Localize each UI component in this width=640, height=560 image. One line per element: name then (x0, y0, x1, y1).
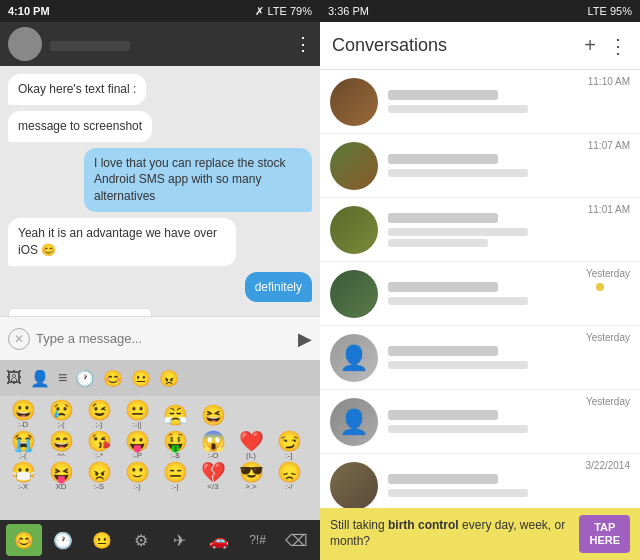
backspace-icon: ⌫ (285, 531, 308, 550)
conv-time-4: Yesterday (570, 262, 630, 291)
conv-content-1 (388, 90, 560, 113)
emoji-smirk[interactable]: 😎>.> (234, 462, 268, 491)
emoji-tab-angry[interactable]: 😠 (159, 369, 179, 388)
conv-avatar-1 (330, 78, 378, 126)
emoji-tab-person[interactable]: 👤 (30, 369, 50, 388)
conv-item-3[interactable]: 11:01 AM (320, 198, 640, 262)
conv-time-7: 3/22/2014 (570, 454, 630, 471)
emoji-brokenheart[interactable]: 💔</3 (196, 462, 230, 491)
conv-name-4 (388, 282, 498, 292)
messages-area: Okay here's text final : message to scre… (0, 66, 320, 316)
message-bubble-1: Okay here's text final : (8, 74, 146, 105)
clear-input-button[interactable]: ✕ (8, 328, 30, 350)
bottom-bar-clock-btn[interactable]: 🕐 (45, 524, 81, 556)
emoji-extra1[interactable]: 😆 (196, 405, 230, 425)
conv-content-5 (388, 346, 560, 369)
send-button[interactable]: ▶ (298, 328, 312, 350)
clock-icon: 🕐 (53, 531, 73, 550)
conv-avatar-2 (330, 142, 378, 190)
emoji-angry2[interactable]: 😠:-S (82, 462, 116, 491)
emoji-tab-smiley[interactable]: 😊 (103, 369, 123, 388)
conv-preview-7 (388, 489, 528, 497)
signal-icon: ✗ (255, 5, 264, 17)
settings-icon: ⚙ (134, 531, 148, 550)
left-time: 4:10 PM (8, 5, 50, 17)
emoji-smile2[interactable]: 😏:-] (272, 431, 306, 460)
emoji-xd[interactable]: 😝XD (44, 462, 78, 491)
emoji-tabs: 🖼 👤 ≡ 🕐 😊 😐 😠 (0, 360, 320, 396)
emoji-sad[interactable]: 😢;-( (44, 400, 78, 429)
emoji-mask[interactable]: 😷:-X (6, 462, 40, 491)
emoji-row-3: 😷:-X 😝XD 😠:-S 🙂:-) 😑:-| 💔</3 😎>.> 😞:-/ (6, 462, 314, 491)
status-bar-left: 4:10 PM ✗ LTE 79% (0, 0, 320, 22)
conversations-actions: + ⋮ (584, 34, 628, 58)
emoji-sad2[interactable]: 😞:-/ (272, 462, 306, 491)
right-lte-icon: LTE (588, 5, 607, 17)
conv-preview-3 (388, 228, 528, 236)
emoji-money[interactable]: 🤑:-$ (158, 431, 192, 460)
message-bubble-2: message to screenshot (8, 111, 152, 142)
emoji-kiss[interactable]: 😘:-* (82, 431, 116, 460)
emoji-heart[interactable]: ❤️(L) (234, 431, 268, 460)
emoji-haha[interactable]: 😄^^ (44, 431, 78, 460)
right-battery-icon: 95% (610, 5, 632, 17)
conversation-list: 11:10 AM 11:07 AM 11:01 AM (320, 70, 640, 508)
right-status-icons: LTE 95% (588, 5, 632, 17)
message-bubble-final: Okay here's a final text (8, 308, 152, 316)
emoji-grin[interactable]: 😀:-D (6, 400, 40, 429)
conv-content-7 (388, 474, 560, 497)
conv-preview-5 (388, 361, 528, 369)
bottom-bar-plane-btn[interactable]: ✈ (162, 524, 198, 556)
emoji-tongue[interactable]: 😛:-P (120, 431, 154, 460)
emoji-tab-smiley2[interactable]: 😐 (131, 369, 151, 388)
conversations-menu-icon[interactable]: ⋮ (608, 34, 628, 58)
message-bubble-4: Yeah it is an advantage we have over iOS… (8, 218, 236, 266)
car-icon: 🚗 (209, 531, 229, 550)
face-icon: 😐 (92, 531, 112, 550)
right-time: 3:36 PM (328, 5, 369, 17)
conv-preview-4 (388, 297, 528, 305)
emoji-keyboard: 🖼 👤 ≡ 🕐 😊 😐 😠 😀:-D 😢;-( 😉;-) 😐:-|| 😤 😆 😭… (0, 360, 320, 520)
emoji-keyboard-icon: 😊 (14, 531, 34, 550)
conv-name-1 (388, 90, 498, 100)
conv-time-1: 11:10 AM (570, 70, 630, 87)
bottom-bar-settings-btn[interactable]: ⚙ (123, 524, 159, 556)
conv-item-2[interactable]: 11:07 AM (320, 134, 640, 198)
emoji-straight[interactable]: 😐:-|| (120, 400, 154, 429)
conv-avatar-3 (330, 206, 378, 254)
right-panel: 3:36 PM LTE 95% Conversations + ⋮ 11:10 … (320, 0, 640, 560)
ad-banner: Still taking birth control every day, we… (320, 508, 640, 560)
chat-contact-avatar (8, 27, 42, 61)
message-input[interactable] (36, 331, 292, 346)
bottom-bar-emoji-btn[interactable]: 😊 (6, 524, 42, 556)
conv-name-3 (388, 213, 498, 223)
emoji-rage[interactable]: 😤 (158, 405, 192, 425)
ad-tap-button[interactable]: TAPHERE (579, 515, 630, 553)
add-conversation-icon[interactable]: + (584, 34, 596, 57)
emoji-tab-list[interactable]: ≡ (58, 369, 67, 387)
chat-menu-icon[interactable]: ⋮ (294, 33, 312, 55)
emoji-shock[interactable]: 😱:-O (196, 431, 230, 460)
bottom-bar-face-btn[interactable]: 😐 (84, 524, 120, 556)
bottom-bar-car-btn[interactable]: 🚗 (201, 524, 237, 556)
conv-avatar-6: 👤 (330, 398, 378, 446)
emoji-wink[interactable]: 😉;-) (82, 400, 116, 429)
emoji-cry2[interactable]: 😭;-( (6, 431, 40, 460)
emoji-neutral[interactable]: 😑:-| (158, 462, 192, 491)
conv-time-5: Yesterday (570, 326, 630, 343)
conv-content-6 (388, 410, 560, 433)
battery-icon: 79% (290, 5, 312, 17)
emoji-happy[interactable]: 🙂:-) (120, 462, 154, 491)
emoji-tab-image[interactable]: 🖼 (6, 369, 22, 387)
conv-item-6[interactable]: 👤 Yesterday (320, 390, 640, 454)
conv-time-6: Yesterday (570, 390, 630, 407)
conv-item-4[interactable]: Yesterday (320, 262, 640, 326)
conv-item-1[interactable]: 11:10 AM (320, 70, 640, 134)
conv-item-5[interactable]: 👤 Yesterday (320, 326, 640, 390)
conv-item-7[interactable]: 3/22/2014 (320, 454, 640, 508)
conv-content-3 (388, 213, 560, 247)
left-panel: 4:10 PM ✗ LTE 79% ⋮ Okay here's text fin… (0, 0, 320, 560)
bottom-bar-backspace-btn[interactable]: ⌫ (279, 524, 315, 556)
bottom-bar-symbols-btn[interactable]: ?!# (240, 524, 276, 556)
emoji-tab-clock[interactable]: 🕐 (75, 369, 95, 388)
